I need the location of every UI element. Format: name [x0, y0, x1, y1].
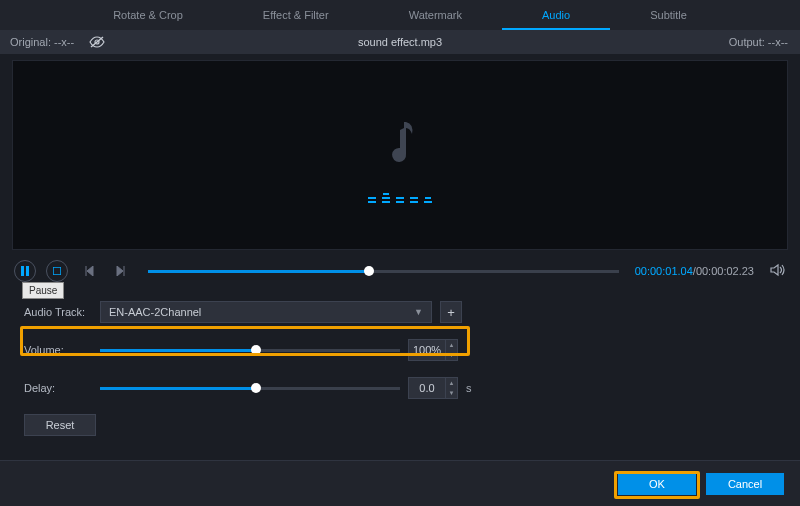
tab-audio[interactable]: Audio — [502, 0, 610, 30]
current-time: 00:00:01.04 — [635, 265, 693, 277]
delay-down-spinner[interactable]: ▼ — [446, 388, 457, 398]
delay-slider[interactable] — [100, 380, 400, 396]
reset-button[interactable]: Reset — [24, 414, 96, 436]
add-track-button[interactable]: + — [440, 301, 462, 323]
audio-track-value: EN-AAC-2Channel — [109, 306, 201, 318]
tab-rotate-crop[interactable]: Rotate & Crop — [73, 0, 223, 30]
svg-rect-2 — [21, 266, 24, 276]
ok-button[interactable]: OK — [618, 473, 696, 495]
tab-subtitle[interactable]: Subtitle — [610, 0, 727, 30]
total-time: 00:00:02.23 — [696, 265, 754, 277]
delay-up-spinner[interactable]: ▲ — [446, 378, 457, 388]
delay-value-box[interactable]: 0.0 ▲ ▼ — [408, 377, 458, 399]
volume-up-spinner[interactable]: ▲ — [446, 340, 457, 350]
music-note-icon — [380, 118, 420, 170]
tab-watermark[interactable]: Watermark — [369, 0, 502, 30]
tab-effect-filter[interactable]: Effect & Filter — [223, 0, 369, 30]
audio-track-label: Audio Track: — [24, 306, 92, 318]
delay-row: Delay: 0.0 ▲ ▼ s — [24, 376, 776, 400]
filename-label: sound effect.mp3 — [358, 36, 442, 48]
svg-rect-4 — [53, 267, 61, 275]
prev-frame-button[interactable] — [78, 260, 100, 282]
volume-value-box[interactable]: 100% ▲ ▼ — [408, 339, 458, 361]
svg-rect-3 — [26, 266, 29, 276]
playback-bar: 00:00:01.04/00:00:02.23 Pause — [0, 250, 800, 286]
output-dimensions: Output: --x-- — [729, 36, 800, 48]
delay-value: 0.0 — [409, 382, 445, 394]
preview-area — [12, 60, 788, 250]
volume-down-spinner[interactable]: ▼ — [446, 350, 457, 360]
volume-slider[interactable] — [100, 342, 400, 358]
delay-unit: s — [466, 382, 480, 394]
audio-track-select[interactable]: EN-AAC-2Channel ▼ — [100, 301, 432, 323]
volume-value: 100% — [409, 344, 445, 356]
cancel-button[interactable]: Cancel — [706, 473, 784, 495]
pause-tooltip: Pause — [22, 282, 64, 299]
timecode: 00:00:01.04/00:00:02.23 — [635, 265, 754, 277]
preview-toggle-icon[interactable] — [88, 35, 106, 49]
stop-button[interactable] — [46, 260, 68, 282]
audio-track-row: Audio Track: EN-AAC-2Channel ▼ + — [24, 300, 776, 324]
original-dimensions: Original: --x-- — [10, 36, 74, 48]
info-bar: Original: --x-- sound effect.mp3 Output:… — [0, 30, 800, 54]
equalizer-icon — [368, 193, 432, 203]
footer: OK Cancel — [0, 460, 800, 506]
audio-panel: Audio Track: EN-AAC-2Channel ▼ + Volume:… — [0, 286, 800, 436]
chevron-down-icon: ▼ — [414, 307, 423, 317]
volume-row: Volume: 100% ▲ ▼ — [24, 338, 776, 362]
volume-icon[interactable] — [770, 263, 786, 279]
next-frame-button[interactable] — [110, 260, 132, 282]
seek-slider[interactable] — [148, 263, 619, 279]
delay-label: Delay: — [24, 382, 92, 394]
pause-button[interactable] — [14, 260, 36, 282]
volume-label: Volume: — [24, 344, 92, 356]
editor-tabs: Rotate & Crop Effect & Filter Watermark … — [0, 0, 800, 30]
